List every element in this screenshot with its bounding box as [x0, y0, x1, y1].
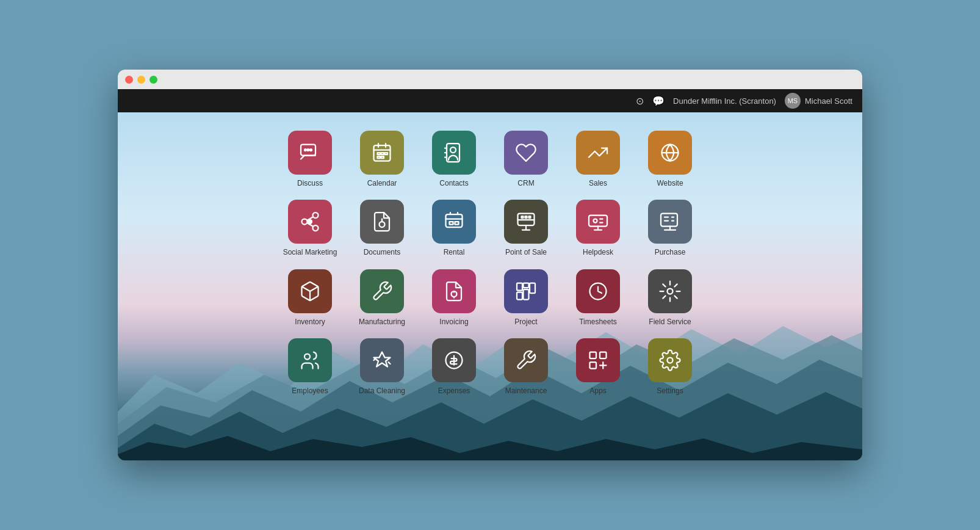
svg-rect-28 — [529, 216, 531, 218]
discuss-icon[interactable]: 💬 — [652, 95, 665, 107]
app-item-settings[interactable]: Settings — [640, 338, 701, 395]
svg-rect-13 — [378, 156, 381, 158]
user-name: Michael Scott — [805, 96, 852, 106]
svg-point-7 — [308, 149, 309, 151]
menu-bar: ⊙ 💬 Dunder Mifflin Inc. (Scranton) MS Mi… — [118, 89, 862, 112]
svg-point-30 — [594, 219, 597, 223]
app-label-maintenance: Maintenance — [505, 387, 547, 395]
app-icon-point-of-sale — [504, 200, 548, 244]
traffic-lights — [125, 76, 157, 84]
app-label-sales: Sales — [589, 179, 607, 187]
app-icon-project — [504, 269, 548, 313]
app-item-manufacturing[interactable]: Manufacturing — [351, 269, 413, 326]
app-icon-data-cleaning — [360, 338, 404, 382]
app-item-helpdesk[interactable]: Helpdesk — [567, 200, 629, 256]
svg-rect-10 — [378, 153, 381, 154]
app-item-expenses[interactable]: Expenses — [423, 338, 485, 395]
app-icon-employees — [288, 338, 332, 382]
app-item-data-cleaning[interactable]: Data Cleaning — [351, 338, 413, 395]
app-item-calendar[interactable]: Calendar — [351, 131, 413, 187]
app-label-website: Website — [657, 179, 683, 187]
app-label-documents: Documents — [364, 248, 401, 256]
svg-rect-11 — [381, 153, 384, 154]
app-icon-discuss — [288, 131, 332, 175]
app-label-purchase: Purchase — [655, 248, 686, 256]
svg-point-18 — [313, 212, 319, 218]
svg-rect-22 — [446, 214, 463, 227]
svg-rect-27 — [525, 216, 527, 218]
app-item-discuss[interactable]: Discuss — [279, 131, 340, 187]
app-icon-timesheets — [576, 269, 620, 313]
svg-point-16 — [450, 147, 456, 153]
user-info[interactable]: MS Michael Scott — [785, 93, 852, 109]
svg-point-41 — [304, 354, 310, 360]
minimize-button[interactable] — [137, 76, 145, 84]
app-item-social-marketing[interactable]: Social Marketing — [279, 200, 340, 256]
app-item-timesheets[interactable]: Timesheets — [567, 269, 629, 326]
app-label-manufacturing: Manufacturing — [359, 318, 405, 326]
app-item-invoicing[interactable]: Invoicing — [423, 269, 485, 326]
app-label-settings: Settings — [657, 387, 683, 395]
apps-grid: DiscussCalendarContactsCRMSalesWebsiteSo… — [118, 112, 862, 414]
app-label-contacts: Contacts — [439, 179, 468, 187]
app-label-employees: Employees — [292, 387, 328, 395]
app-icon-purchase — [648, 200, 692, 244]
app-icon-expenses — [432, 338, 476, 382]
app-item-documents[interactable]: Documents — [351, 200, 413, 256]
main-window: ⊙ 💬 Dunder Mifflin Inc. (Scranton) MS Mi… — [118, 70, 862, 460]
svg-rect-44 — [600, 352, 607, 359]
app-icon-maintenance — [504, 338, 548, 382]
app-icon-calendar — [360, 131, 404, 175]
svg-point-21 — [308, 220, 312, 223]
app-item-rental[interactable]: Rental — [423, 200, 485, 256]
app-item-website[interactable]: Website — [640, 131, 701, 187]
svg-rect-45 — [590, 362, 597, 369]
app-icon-social-marketing — [288, 200, 332, 244]
app-item-inventory[interactable]: Inventory — [279, 269, 340, 326]
help-icon[interactable]: ⊙ — [636, 95, 644, 107]
svg-point-40 — [668, 288, 673, 294]
app-label-calendar: Calendar — [367, 179, 397, 187]
app-item-point-of-sale[interactable]: Point of Sale — [495, 200, 557, 256]
avatar: MS — [785, 93, 801, 109]
app-item-employees[interactable]: Employees — [279, 338, 340, 395]
app-item-crm[interactable]: CRM — [495, 131, 557, 187]
svg-point-20 — [313, 225, 319, 231]
app-item-maintenance[interactable]: Maintenance — [495, 338, 557, 395]
app-item-contacts[interactable]: Contacts — [423, 131, 485, 187]
svg-rect-23 — [450, 222, 453, 225]
svg-point-19 — [302, 219, 308, 225]
app-icon-website — [648, 131, 692, 175]
menu-bar-right: ⊙ 💬 Dunder Mifflin Inc. (Scranton) MS Mi… — [636, 93, 852, 109]
app-icon-field-service — [648, 269, 692, 313]
app-label-timesheets: Timesheets — [579, 318, 617, 326]
app-item-purchase[interactable]: Purchase — [640, 200, 701, 256]
svg-rect-24 — [455, 222, 459, 225]
app-item-sales[interactable]: Sales — [567, 131, 629, 187]
app-item-field-service[interactable]: Field Service — [640, 269, 701, 326]
app-label-social-marketing: Social Marketing — [283, 248, 337, 256]
app-item-project[interactable]: Project — [495, 269, 557, 326]
app-label-inventory: Inventory — [295, 318, 325, 326]
app-label-apps: Apps — [589, 387, 606, 395]
app-icon-settings — [648, 338, 692, 382]
app-icon-helpdesk — [576, 200, 620, 244]
app-label-expenses: Expenses — [438, 387, 470, 395]
app-icon-manufacturing — [360, 269, 404, 313]
app-icon-invoicing — [432, 269, 476, 313]
app-label-crm: CRM — [517, 179, 534, 187]
svg-point-8 — [310, 149, 312, 151]
svg-rect-31 — [661, 214, 677, 227]
svg-rect-29 — [589, 216, 607, 227]
svg-rect-14 — [381, 156, 384, 158]
maximize-button[interactable] — [150, 76, 157, 84]
app-label-project: Project — [514, 318, 537, 326]
company-name[interactable]: Dunder Mifflin Inc. (Scranton) — [673, 96, 776, 106]
app-label-rental: Rental — [444, 248, 465, 256]
close-button[interactable] — [125, 76, 133, 84]
app-label-data-cleaning: Data Cleaning — [359, 387, 405, 395]
app-item-apps[interactable]: Apps — [567, 338, 629, 395]
svg-rect-43 — [590, 352, 597, 359]
app-icon-sales — [576, 131, 620, 175]
app-icon-inventory — [288, 269, 332, 313]
